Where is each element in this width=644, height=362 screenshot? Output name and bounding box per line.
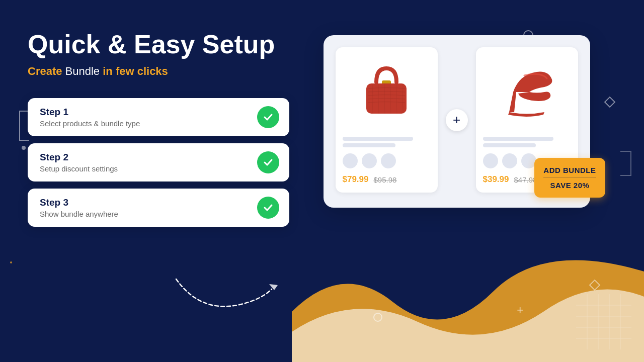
step-1-text: Step 1 Select products & bundle type (40, 107, 140, 128)
step-3-description: Show bundle anywhere (40, 210, 118, 218)
save-percentage-label: SAVE 20% (543, 181, 596, 190)
step-1-checkmark (257, 106, 279, 128)
product-1-current-price: $79.99 (343, 174, 369, 185)
product-dot (362, 153, 377, 168)
product-line (483, 143, 536, 147)
step-2-card: Step 2 Setup discount settings (28, 143, 289, 182)
product-1-dots (343, 153, 431, 168)
product-line (483, 137, 553, 141)
step-3-checkmark (257, 197, 279, 219)
product-dot (343, 153, 358, 168)
add-bundle-label: ADD BUNDLE (543, 166, 596, 174)
step-3-title: Step 3 (40, 197, 118, 208)
step-1-description: Select products & bundle type (40, 119, 140, 128)
bundle-widget: $79.99 $95.98 + (324, 35, 590, 208)
shoe-svg (494, 59, 559, 125)
steps-list: Step 1 Select products & bundle type Ste… (28, 98, 289, 227)
product-dot (483, 153, 498, 168)
product-1-original-price: $95.98 (374, 175, 397, 184)
product-2-current-price: $39.99 (483, 174, 509, 185)
step-2-checkmark (257, 151, 279, 173)
step-2-text: Step 2 Setup discount settings (40, 152, 118, 173)
page-title: Quick & Easy Setup (28, 30, 289, 59)
subtitle: Create Bundle in few clicks (28, 65, 289, 78)
plus-symbol: + (453, 112, 460, 128)
add-bundle-divider (543, 177, 596, 178)
right-panel: $79.99 $95.98 + (289, 28, 614, 208)
product-2-lines (483, 137, 571, 147)
add-bundle-button[interactable]: ADD BUNDLE SAVE 20% (534, 158, 605, 198)
bag-svg (354, 59, 419, 125)
step-3-text: Step 3 Show bundle anywhere (40, 197, 118, 218)
background: for(let i=0;i<49;i++) document.currentSc… (0, 0, 644, 362)
subtitle-create: Create (28, 65, 62, 77)
product-1-lines (343, 137, 431, 147)
left-panel: Quick & Easy Setup Create Bundle in few … (28, 28, 289, 227)
product-card-1: $79.99 $95.98 (336, 47, 438, 193)
plus-circle-connector: + (446, 109, 468, 131)
product-dot (502, 153, 517, 168)
product-dot (521, 153, 536, 168)
product-1-image (343, 54, 431, 130)
step-3-card: Step 3 Show bundle anywhere (28, 189, 289, 227)
step-1-title: Step 1 (40, 107, 140, 118)
step-2-description: Setup discount settings (40, 164, 118, 173)
subtitle-rest: Bundle (62, 65, 103, 77)
product-2-image (483, 54, 571, 130)
product-2-original-price: $47.98 (514, 175, 537, 184)
product-line (343, 143, 395, 147)
step-1-card: Step 1 Select products & bundle type (28, 98, 289, 136)
main-content: Quick & Easy Setup Create Bundle in few … (0, 0, 644, 362)
subtitle-highlight: in few clicks (103, 65, 168, 77)
step-2-title: Step 2 (40, 152, 118, 163)
product-1-prices: $79.99 $95.98 (343, 174, 431, 185)
product-line (343, 137, 413, 141)
product-dot (381, 153, 396, 168)
